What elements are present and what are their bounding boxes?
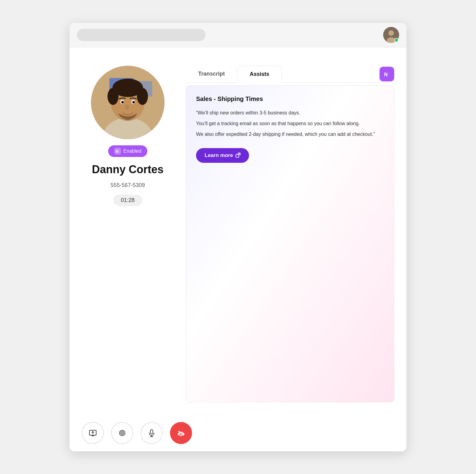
ai-enabled-badge: N Enabled bbox=[108, 145, 148, 157]
assist-paragraph-2: You’ll get a tracking email as soon as t… bbox=[196, 119, 384, 128]
assist-card: Sales - Shipping Times “We’ll ship new o… bbox=[186, 85, 394, 402]
svg-point-15 bbox=[132, 101, 135, 103]
camera-button[interactable] bbox=[111, 422, 133, 444]
user-avatar-container bbox=[383, 27, 399, 43]
svg-point-14 bbox=[121, 101, 124, 103]
svg-point-22 bbox=[122, 433, 123, 433]
caller-phone: 555-567-5309 bbox=[111, 182, 145, 188]
app-window: N Enabled Danny Cortes 555-567-5309 01:2… bbox=[70, 23, 406, 451]
external-link-icon bbox=[236, 153, 240, 159]
tab-assists[interactable]: Assists bbox=[237, 66, 282, 83]
ai-badge-label: Enabled bbox=[123, 148, 142, 154]
main-content: N Enabled Danny Cortes 555-567-5309 01:2… bbox=[70, 47, 406, 415]
assist-paragraph-3: We also offer expedited 2-day shipping i… bbox=[196, 130, 384, 138]
ai-icon: N bbox=[114, 148, 121, 155]
bottom-controls bbox=[70, 415, 406, 451]
online-indicator bbox=[394, 38, 399, 42]
share-screen-button[interactable] bbox=[82, 422, 104, 444]
hangup-button[interactable] bbox=[170, 422, 192, 444]
tabs-container: Transcript Assists N bbox=[186, 66, 394, 83]
right-panel: Transcript Assists N Sales - Shipping Ti… bbox=[186, 66, 394, 402]
svg-point-10 bbox=[108, 88, 119, 105]
search-bar[interactable] bbox=[77, 29, 206, 41]
caller-avatar bbox=[91, 66, 164, 139]
svg-text:N: N bbox=[384, 72, 388, 77]
svg-point-11 bbox=[137, 88, 148, 105]
ai-assist-icon[interactable]: N bbox=[380, 67, 394, 81]
svg-rect-23 bbox=[150, 430, 153, 434]
assist-card-title: Sales - Shipping Times bbox=[196, 95, 384, 103]
microphone-button[interactable] bbox=[141, 422, 163, 444]
svg-point-1 bbox=[388, 30, 394, 36]
call-timer: 01:28 bbox=[113, 195, 142, 206]
tab-transcript[interactable]: Transcript bbox=[186, 66, 237, 83]
caller-panel: N Enabled Danny Cortes 555-567-5309 01:2… bbox=[82, 66, 174, 402]
learn-more-button[interactable]: Learn more bbox=[196, 148, 249, 163]
assist-paragraph-1: “We’ll ship new orders within 3-5 busine… bbox=[196, 109, 384, 117]
svg-text:N: N bbox=[116, 149, 119, 154]
caller-name: Danny Cortes bbox=[92, 163, 164, 176]
top-bar bbox=[70, 23, 406, 47]
